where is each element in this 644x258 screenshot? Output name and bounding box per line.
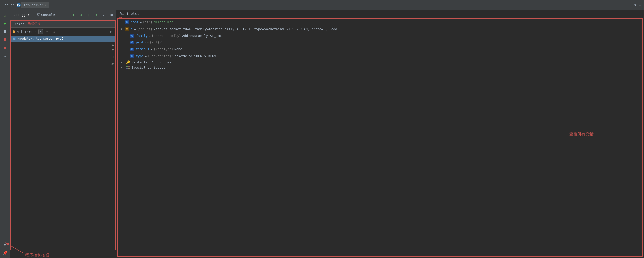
debug-label: Debug: xyxy=(3,3,14,7)
badge-s: ≡ xyxy=(125,27,129,31)
frame-label-0: <module>, tcp_server.py:6 xyxy=(18,37,63,40)
debug-panel: Debugger Console ☰ ⬆ ⬇ ⤵ ⬆ ▾ ⊞ 调试按钮 xyxy=(10,10,116,258)
var-entry-host: 01 host = {str} 'mings-mbp' xyxy=(118,19,642,26)
expand-special-btn[interactable]: ▶ xyxy=(121,66,125,69)
var-value-s: <socket.socket fd=6, family=AddressFamil… xyxy=(153,27,337,32)
var-name-host[interactable]: host xyxy=(131,20,139,25)
svg-text:01: 01 xyxy=(13,38,15,40)
svg-rect-7 xyxy=(126,66,128,67)
tab-name: tcp_server xyxy=(24,3,43,7)
svg-rect-2 xyxy=(37,14,40,16)
main-content: ↺ ▶ ⏸ ⏹ ● ✏ ⚙ 📌 Debugger Console xyxy=(0,10,644,258)
badge-proto: 01 xyxy=(130,41,134,44)
protected-attrs-row[interactable]: ▶ 🔑 Protected Attributes xyxy=(118,60,642,65)
settings-icon[interactable]: ⚙ xyxy=(634,3,636,7)
run-to-cursor-btn[interactable]: ▾ xyxy=(100,12,107,18)
key-icon: 🔑 xyxy=(126,60,130,64)
evaluate-btn[interactable]: ⊞ xyxy=(108,12,115,18)
var-entry-family: 01 family = {AddressFamily} AddressFamil… xyxy=(123,33,642,39)
step-into-my-code-btn[interactable]: ⤵ xyxy=(85,12,92,18)
var-type-s: {socket} xyxy=(137,27,153,32)
pause-button[interactable]: ⏸ xyxy=(1,28,9,35)
thread-add-btn[interactable]: + xyxy=(108,29,113,34)
frame-item-0[interactable]: 01 <module>, tcp_server.py:6 xyxy=(11,36,115,42)
thread-annotation: 线程切换 xyxy=(28,22,41,26)
rerun-button[interactable]: ↺ xyxy=(1,12,9,19)
step-into-btn[interactable]: ⬇ xyxy=(77,12,85,18)
var-type-family: {AddressFamily} xyxy=(152,33,181,39)
variables-content-wrapper: Variables 01 host = {str} 'mings-mbp' ▼ … xyxy=(116,10,644,258)
var-eq-timeout: = xyxy=(151,47,153,52)
thread-nav-down[interactable]: ↓ xyxy=(51,29,57,34)
infinite-btn[interactable]: ∞ xyxy=(111,61,114,67)
copy-btn[interactable]: ⊟ xyxy=(112,55,114,59)
variables-title: Variables xyxy=(120,12,139,16)
thread-dot xyxy=(13,30,15,33)
badge-family: 01 xyxy=(130,34,134,38)
minimize-icon[interactable]: — xyxy=(639,3,641,7)
expand-protected-btn[interactable]: ▶ xyxy=(121,60,125,64)
special-vars-label: Special Variables xyxy=(132,66,165,69)
var-type-host: {str} xyxy=(143,20,152,25)
top-row: Debugger Console ☰ ⬆ ⬇ ⤵ ⬆ ▾ ⊞ 调试按钮 xyxy=(10,10,116,20)
frames-header: Frames 线程切换 xyxy=(11,21,115,28)
var-annotation: 查看所有变量 xyxy=(569,132,594,136)
debug-tab[interactable]: tcp_server ✕ xyxy=(21,2,49,8)
expand-s-btn[interactable]: ▼ xyxy=(121,27,125,32)
resume-button[interactable]: ▶ xyxy=(1,20,9,27)
mute-button[interactable]: ✏ xyxy=(1,52,9,59)
special-vars-row[interactable]: ▶ Special Variables xyxy=(118,65,642,70)
var-name-proto[interactable]: proto xyxy=(136,40,146,45)
frames-title: Frames xyxy=(13,22,24,26)
var-value-type: SocketKind.SOCK_STREAM xyxy=(172,54,216,59)
badge-type: 01 xyxy=(130,54,134,58)
thread-selector: MainThread ▾ ↑ ↓ + xyxy=(11,28,115,36)
var-annotation-container: 查看所有变量 xyxy=(569,132,594,137)
tab-debugger[interactable]: Debugger xyxy=(10,11,33,19)
step-out-btn[interactable]: ⬆ xyxy=(93,12,100,18)
resize-btns: ▲ ▼ ⊟ ∞ xyxy=(111,43,114,67)
header-bar: Debug: Py tcp_server ✕ ⚙ — xyxy=(0,0,644,10)
stop-button[interactable]: ⏹ xyxy=(1,36,9,43)
thread-name: MainThread xyxy=(17,30,36,34)
step-over-btn[interactable]: ⬆ xyxy=(70,12,77,18)
frames-panel: Frames 线程切换 MainThread ▾ ↑ ↓ + 01 <modul… xyxy=(10,20,116,250)
var-eq-type: = xyxy=(145,54,147,59)
badge-host: 01 xyxy=(125,20,129,24)
frame-icon-0: 01 xyxy=(13,37,16,40)
tab-console[interactable]: Console xyxy=(33,11,59,19)
breakpoints-button[interactable]: ● xyxy=(1,44,9,51)
svg-rect-8 xyxy=(128,66,130,67)
thread-dropdown[interactable]: ▾ xyxy=(38,29,43,34)
python-icon: Py xyxy=(16,3,21,7)
thread-nav-up[interactable]: ↑ xyxy=(44,29,50,34)
annotation-area: 程序控制按钮 xyxy=(10,250,116,258)
expand-down-btn[interactable]: ▼ xyxy=(112,48,114,52)
var-eq-proto: = xyxy=(147,40,149,45)
var-value-family: AddressFamily.AF_INET xyxy=(182,33,224,39)
var-value-host: 'mings-mbp' xyxy=(153,20,175,25)
show-execution-btn[interactable]: ☰ xyxy=(62,12,69,18)
var-eq-s: = xyxy=(134,27,136,32)
var-value-proto: 0 xyxy=(160,40,163,45)
expand-up-btn[interactable]: ▲ xyxy=(112,43,114,47)
var-type-timeout: {NoneType} xyxy=(154,47,173,52)
variables-box: 01 host = {str} 'mings-mbp' ▼ ≡ s = {soc… xyxy=(117,18,643,257)
var-value-timeout: None xyxy=(174,47,182,52)
var-type-proto: {int} xyxy=(150,40,159,45)
close-icon[interactable]: ✕ xyxy=(45,3,47,7)
var-entry-proto: 01 proto = {int} 0 xyxy=(123,39,642,46)
badge-timeout: 01 xyxy=(130,48,134,51)
var-name-s[interactable]: s xyxy=(131,27,133,32)
left-toolbar: ↺ ▶ ⏸ ⏹ ● ✏ ⚙ 📌 xyxy=(0,10,10,258)
var-entry-s: ▼ ≡ s = {socket} <socket.socket fd=6, fa… xyxy=(118,26,642,33)
var-eq-family: = xyxy=(149,33,151,39)
var-name-type[interactable]: type xyxy=(136,54,144,59)
var-name-timeout[interactable]: timeout xyxy=(136,47,150,52)
var-entry-type: 01 type = {SocketKind} SocketKind.SOCK_S… xyxy=(123,53,642,60)
svg-rect-9 xyxy=(126,68,128,69)
var-type-type: {SocketKind} xyxy=(148,54,171,59)
var-name-family[interactable]: family xyxy=(136,33,148,39)
protected-attrs-label: Protected Attributes xyxy=(132,60,171,64)
special-vars-icon xyxy=(126,66,130,69)
